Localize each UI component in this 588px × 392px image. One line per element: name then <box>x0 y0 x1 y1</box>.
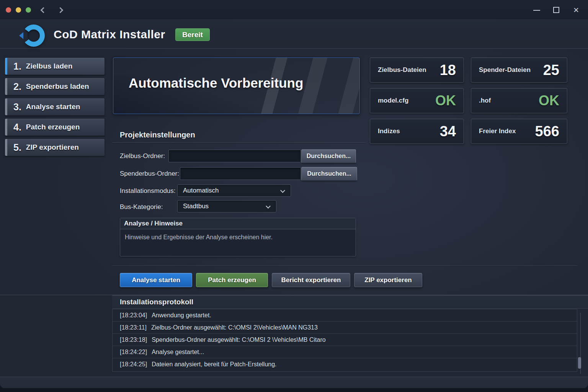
chevron-left-icon <box>41 7 47 13</box>
titlebar: ✕ <box>0 0 588 20</box>
nav-forward-button[interactable] <box>57 7 65 14</box>
step-number: 2. <box>13 81 21 92</box>
active-step-accent <box>5 58 7 75</box>
log-timestamp: [18:23:18] <box>120 336 147 343</box>
settings-divider <box>112 142 366 143</box>
stat-label: .hof <box>479 97 491 105</box>
spenderbus-ordner-input[interactable] <box>180 167 301 180</box>
step-number: 4. <box>13 122 21 133</box>
step-label: Patch erzeugen <box>26 123 80 131</box>
stat-label: Freier Index <box>479 127 516 135</box>
app-window: ✕ CoD Matrix Installer Bereit 1. Zielbus… <box>0 0 588 388</box>
log-viewport: [18:23:04] Anwendung gestartet. [18:23:1… <box>112 309 577 372</box>
zielbus-ordner-input[interactable] <box>168 150 301 162</box>
step-number: 1. <box>13 61 21 72</box>
analysis-box: Analyse / Hinweise Hinweise und Ergebnis… <box>120 218 356 256</box>
stat-value-ok: OK <box>539 93 559 109</box>
app-header: CoD Matrix Installer Bereit <box>0 20 588 49</box>
log-message: Anwendung gestartet. <box>152 312 211 319</box>
maximize-button[interactable] <box>551 5 561 15</box>
spenderbus-browse-button[interactable]: Durchsuchen... <box>301 167 357 181</box>
app-title: CoD Matrix Installer <box>54 28 165 41</box>
logo-inner-circle <box>28 29 40 42</box>
stat-label: Indizes <box>378 127 400 135</box>
zielbus-browse-button[interactable]: Durchsuchen... <box>301 149 356 163</box>
step-accent <box>5 98 7 115</box>
step-accent <box>5 78 7 95</box>
window-close-traffic-light-icon[interactable] <box>6 7 11 13</box>
minimize-button[interactable] <box>532 5 542 15</box>
bus-kategorie-label: Bus-Kategorie: <box>120 203 163 211</box>
stat-label: model.cfg <box>378 97 408 105</box>
log-row: [18:24:25] Dateien analysiert, bereit fü… <box>113 358 577 371</box>
stat-card-model-cfg: model.cfg OK <box>370 88 464 113</box>
actions-divider <box>112 266 577 266</box>
sidebar-item-spenderbus-laden[interactable]: 2. Spenderbus laden <box>5 78 105 95</box>
minimize-icon <box>533 10 540 11</box>
analyse-starten-button[interactable]: Analyse starten <box>120 273 192 287</box>
log-title: Installationsprotokoll <box>120 298 193 306</box>
step-label: Zielbus laden <box>26 62 72 70</box>
analysis-box-placeholder: Hinweise und Ergebnisse der Analyse ersc… <box>120 229 356 245</box>
stat-value-ok: OK <box>435 93 456 109</box>
installationsmodus-select[interactable]: Automatisch <box>177 185 291 197</box>
step-accent <box>5 119 7 136</box>
step-label: Spenderbus laden <box>26 82 89 91</box>
nav-back-button[interactable] <box>40 7 47 14</box>
installationsmodus-value: Automatisch <box>183 187 219 194</box>
stat-label: Zielbus-Dateien <box>378 66 426 74</box>
spenderbus-ordner-label: Spenderbus-Ordner: <box>120 170 179 178</box>
bericht-exportieren-button[interactable]: Bericht exportieren <box>272 273 350 287</box>
maximize-icon <box>553 7 559 13</box>
log-message: Dateien analysiert, bereit für Patch-Ers… <box>152 361 276 368</box>
log-row: [18:23:18] Spenderbus-Ordner ausgewählt:… <box>113 334 577 346</box>
app-logo-icon <box>22 24 46 47</box>
log-timestamp: [18:24:22] <box>120 349 147 356</box>
analysis-box-title: Analyse / Hinweise <box>120 218 356 229</box>
bus-kategorie-select[interactable]: Stadtbus <box>177 200 276 212</box>
window-zoom-traffic-light-icon[interactable] <box>26 7 31 13</box>
log-timestamp: [18:24:25] <box>120 361 147 368</box>
log-header: Installationsprotokoll <box>112 295 588 309</box>
zip-exportieren-button[interactable]: ZIP exportieren <box>354 273 422 287</box>
chevron-right-icon <box>57 7 64 13</box>
footer-bar <box>0 377 588 388</box>
stat-value: 25 <box>543 62 559 78</box>
patch-erzeugen-button[interactable]: Patch erzeugen <box>196 273 268 287</box>
window-minimize-traffic-light-icon[interactable] <box>16 7 21 13</box>
step-accent <box>5 139 7 156</box>
settings-heading: Projekteinstellungen <box>120 131 195 139</box>
stat-value: 18 <box>440 62 456 78</box>
sidebar-item-analyse-starten[interactable]: 3. Analyse starten <box>5 98 105 116</box>
step-label: Analyse starten <box>26 103 80 111</box>
installationsmodus-label: Installationsmodus: <box>120 187 176 195</box>
lower-left-panel <box>0 295 112 377</box>
stat-card-zielbus-dateien: Zielbus-Dateien 18 <box>370 57 464 83</box>
log-message: Analyse gestartet... <box>152 349 204 356</box>
log-message: Spenderbus-Ordner ausgewählt: C:\OMSI 2 … <box>152 336 325 343</box>
log-scrollbar-thumb[interactable] <box>578 357 581 369</box>
log-message: Zielbus-Ordner ausgewählt: C:\OMSI 2\Veh… <box>151 324 318 331</box>
stat-card-spender-dateien: Spender-Dateien 25 <box>471 57 567 83</box>
step-number: 3. <box>13 101 21 113</box>
close-button[interactable]: ✕ <box>571 5 581 15</box>
hero-banner: Automatische Vorbereitung <box>113 57 360 114</box>
step-number: 5. <box>13 142 21 153</box>
chevron-down-icon <box>266 204 271 209</box>
log-row: [18:24:22] Analyse gestartet... <box>113 346 577 358</box>
step-label: ZIP exportieren <box>26 143 79 152</box>
step-sidebar: 1. Zielbus laden 2. Spenderbus laden 3. … <box>5 57 105 159</box>
banner-title: Automatische Vorbereitung <box>129 75 303 91</box>
sidebar-item-patch-erzeugen[interactable]: 4. Patch erzeugen <box>5 118 105 136</box>
log-row: [18:23:11] Zielbus-Ordner ausgewählt: C:… <box>113 322 577 334</box>
logo-arrow-icon <box>19 32 23 39</box>
sidebar-item-zielbus-laden[interactable]: 1. Zielbus laden <box>5 57 105 75</box>
log-row: [18:23:04] Anwendung gestartet. <box>113 309 577 322</box>
stat-value: 34 <box>440 123 456 140</box>
stat-card-freier-index: Freier Index 566 <box>471 119 567 144</box>
stat-card-hof: .hof OK <box>471 88 567 113</box>
log-timestamp: [18:23:11] <box>120 324 147 331</box>
sidebar-item-zip-exportieren[interactable]: 5. ZIP exportieren <box>5 139 105 156</box>
stat-card-indizes: Indizes 34 <box>370 119 464 144</box>
stat-label: Spender-Dateien <box>479 66 531 74</box>
